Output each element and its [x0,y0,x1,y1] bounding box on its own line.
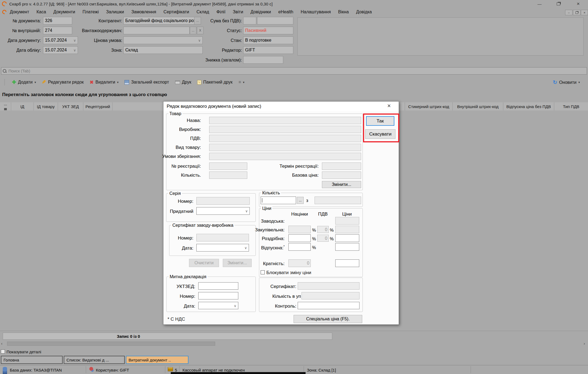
uktzed-field[interactable] [198,282,238,290]
refresh-button[interactable]: ↻Оновити▾ [553,79,580,85]
column-header-price-no-vat[interactable]: Відпускна ціна без ПДВ [503,102,554,111]
scroll-right-icon[interactable]: › [584,341,585,346]
menu-item-ehealth[interactable]: eHealth [278,10,293,14]
column-header-sticker-barcode[interactable]: Стикерний штрих-код [405,102,453,111]
doc-date-combo[interactable]: 15.07.2024∨ [43,36,78,44]
selling-price-label: Відпускна:* [253,245,285,251]
reg-number-label: № реєстрації: [166,164,201,169]
extra-price-field[interactable] [335,259,359,267]
show-details-checkbox[interactable] [1,350,5,354]
consignee-picker-button[interactable]: ... [190,27,196,34]
internal-number-field[interactable]: 274 [43,27,72,34]
dialog-close-icon[interactable]: × [387,102,391,109]
view-menu-button[interactable]: ≡▾ [239,80,245,85]
column-header-id[interactable]: ІД [11,102,34,111]
discount-field[interactable] [243,56,283,64]
menu-item-windows[interactable]: Вікна [338,10,349,14]
retail-markup-field[interactable] [288,234,311,242]
special-price-button[interactable]: Спеціальна ціна (F5). [294,315,362,323]
search-input[interactable] [8,68,587,73]
account-date-combo[interactable]: 15.07.2024∨ [43,46,78,54]
storage-label: Умови зберігання: [160,154,201,159]
row-marker-header[interactable] [0,102,11,111]
retail-price-field[interactable] [335,234,359,242]
yes-button[interactable]: Так [366,116,394,126]
tab-expense-list[interactable]: Список: Видаткові д ... [64,356,125,364]
toolbar-grip [4,79,6,85]
menu-item-stock[interactable]: Залишки [106,10,124,14]
block-price-change-label: Блокувати зміну ціни [266,270,311,275]
mdi-restore-button[interactable] [573,10,580,15]
valid-combo[interactable]: ∨ [196,207,250,215]
menu-item-directories[interactable]: Довідники [251,10,271,14]
discount-label: Знижка (загалом): [201,57,242,63]
column-header-prescription[interactable]: Рецептурний [83,102,112,111]
purchase-vat-field: 0 [317,226,329,233]
doc-number-field[interactable]: 326 [43,17,72,24]
chevron-down-icon: ∨ [244,244,247,252]
menu-item-reports[interactable]: Звіти [233,10,243,14]
scrollbar-thumb[interactable] [7,342,215,346]
block-price-change-checkbox[interactable] [261,270,265,274]
tab-expense-document-active[interactable]: Витратний документ .. [126,356,188,364]
customs-number-field[interactable] [198,292,238,299]
quantity-input[interactable] [261,197,296,204]
minimize-button[interactable]: — [534,0,545,8]
doc-date-label: Дата документу: [0,38,41,43]
print-button[interactable]: Друк [175,80,191,85]
delete-button[interactable]: ✖Видалити▾ [90,79,118,85]
change-product-button[interactable]: Змінити... [322,181,361,188]
menu-item-warehouse[interactable]: Склад [196,10,209,14]
cancel-button[interactable]: Скасувати [365,129,395,139]
mdi-minimize-button[interactable]: – [565,10,572,15]
control-field[interactable] [298,302,359,309]
menu-item-help[interactable]: Довідка [356,10,372,14]
statusbar-zone: Зона: Склад [1] [307,368,336,372]
zone-field[interactable]: Склад [123,46,203,54]
menu-item-documents[interactable]: Документи [53,10,75,14]
with-vat-note: * С НДС [167,317,185,322]
menu-item-settings[interactable]: Налаштування [301,10,331,14]
statusbar-register-status: Кассовый аппарат не подключен [182,368,245,372]
restore-icon [557,2,560,5]
column-header-vat-type[interactable]: Тип ПДВ [554,102,588,111]
multiplicity-label: Кратність: [253,261,285,266]
retail-price-label: Роздрібна: [253,236,285,241]
column-header-product-id[interactable]: ІД товару [34,102,58,111]
batch-print-button[interactable]: ϟПакетний друк [197,80,232,85]
close-button[interactable]: × [572,0,584,8]
menu-item-certificates[interactable]: Сертифікати [163,10,189,14]
horizontal-scrollbar[interactable]: ‹ › [0,341,588,347]
contractor-label: Контрагент: [81,18,122,24]
menu-item-payments[interactable]: Платежі [83,10,99,14]
sum-no-vat-label: Сума без ПДВ): [201,18,242,24]
contractor-picker-button[interactable]: ... [194,17,201,24]
add-button[interactable]: ✚Додати▾ [12,79,36,85]
column-header-uktzed[interactable]: УКТ ЗЕД [58,102,83,111]
contractor-field[interactable]: Благодійний фонд соціального розв [123,17,194,24]
column-header-internal-barcode[interactable]: Внутрішній штрих-код [453,102,503,111]
menu-item-orders[interactable]: Замовлення [131,10,156,14]
restore-button[interactable] [553,0,564,8]
scroll-left-icon[interactable]: ‹ [1,341,2,346]
selling-markup-field[interactable] [288,243,311,251]
edit-row-button[interactable]: ✎Редагувати рядок [42,79,84,85]
customs-date-combo[interactable]: ∨ [198,302,238,309]
export-button[interactable]: Загальний експорт [124,80,169,85]
tab-main[interactable]: Головна [1,356,63,364]
menu-item-branches[interactable]: Філії [217,10,226,14]
selling-price-field[interactable] [335,243,359,251]
price-condition-combo[interactable]: ∨ [123,36,203,44]
statusbar-separator [165,366,165,373]
quantity-field [209,171,247,179]
menu-item-kasa[interactable]: Каса [36,10,46,14]
mdi-close-button[interactable]: × [581,10,588,15]
cert-date-combo[interactable]: ∨ [196,244,249,252]
search-bar[interactable] [1,67,587,75]
multiplicity-field: 0 [288,259,311,267]
change-cert-button: Змінити... [223,259,252,267]
percent-sign: % [330,237,334,241]
menu-item-document[interactable]: Документ [10,10,29,14]
quantity-picker-button[interactable]: ... [297,197,304,204]
consignee-field[interactable] [123,27,190,34]
